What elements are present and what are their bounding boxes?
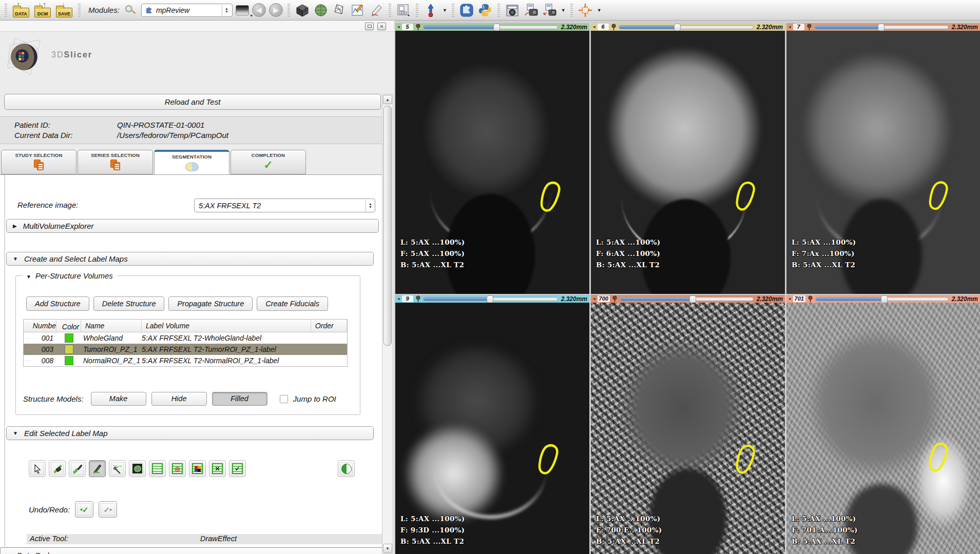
toolbar-drag-handle[interactable] bbox=[389, 4, 391, 17]
markups-button[interactable] bbox=[369, 3, 384, 18]
level-tracing-tool-button[interactable] bbox=[109, 460, 126, 477]
undo-button[interactable]: ◂✓ bbox=[75, 501, 93, 518]
slice-decrement-button[interactable]: ◂ bbox=[789, 295, 791, 303]
module-selector-spinner[interactable]: ▲▼ bbox=[222, 5, 231, 16]
table-row[interactable]: 008 NormalROI_PZ_1 5:AX FRFSEXL T2-Norma… bbox=[24, 355, 347, 366]
slice-view-700[interactable]: ◂ 700 2.320mm L: 5:AX ...100%)F: 700:E..… bbox=[591, 295, 785, 554]
load-data-button[interactable]: ↑ DATA bbox=[12, 2, 30, 18]
toolbar-drag-handle[interactable] bbox=[5, 4, 7, 17]
table-row[interactable]: 001 WholeGland 5:AX FRFSEXL T2-WholeGlan… bbox=[24, 332, 347, 344]
slice-decrement-button[interactable]: ◂ bbox=[593, 295, 595, 303]
screenshot-button[interactable] bbox=[505, 3, 520, 18]
data-probe-collapsible[interactable]: ▶ Data Probe bbox=[0, 547, 385, 554]
forward-icon[interactable]: ▶ bbox=[269, 3, 283, 17]
slice-decrement-button[interactable]: ◂ bbox=[789, 23, 791, 31]
slice-image[interactable]: L: 5:AX ...100%)F: 5:AX ...100%)B: 5:AX … bbox=[395, 31, 589, 294]
scrollbar-thumb[interactable] bbox=[383, 106, 392, 346]
color-swatch[interactable] bbox=[65, 356, 73, 365]
slice-offset-slider[interactable] bbox=[815, 297, 949, 301]
transforms-button[interactable] bbox=[332, 3, 347, 18]
multivolume-explorer-collapsible[interactable]: ▶ MultiVolumeExplorer bbox=[6, 219, 379, 233]
propagate-structure-button[interactable]: Propagate Structure bbox=[168, 296, 253, 311]
reference-image-selector[interactable]: 5:AX FRFSEXL T2 ▲▼ bbox=[194, 199, 375, 212]
python-console-button[interactable] bbox=[477, 3, 493, 18]
slice-offset-slider[interactable] bbox=[423, 297, 558, 301]
scroll-down-button[interactable]: ▼ bbox=[383, 544, 392, 553]
grow-cut-tool-button[interactable] bbox=[338, 460, 355, 477]
slice-image[interactable]: L: 5:AX ...100%)F: 7:Ax ...100%)B: 5:AX … bbox=[786, 31, 980, 294]
crosshair-button[interactable] bbox=[578, 3, 593, 18]
slice-image[interactable]: L: 5:AX ...100%)F: 9:3D ...100%)B: 5:AX … bbox=[395, 303, 589, 554]
dropdown-caret-icon[interactable]: ▼ bbox=[561, 8, 566, 13]
slice-view-5[interactable]: ◂ 5 2.320mm L: 5:AX ...100%)F: 5:AX ...1… bbox=[395, 23, 589, 294]
slice-decrement-button[interactable]: ◂ bbox=[397, 295, 400, 303]
toolbar-drag-handle[interactable] bbox=[416, 4, 418, 17]
remove-islands-tool-button[interactable]: ✕ bbox=[209, 460, 226, 477]
slice-view-7[interactable]: ◂ 7 2.320mm L: 5:AX ...100%)F: 7:Ax ...1… bbox=[786, 23, 980, 294]
dropdown-caret-icon[interactable]: ▼ bbox=[597, 8, 602, 13]
module-selector[interactable]: mpReview ▲▼ bbox=[141, 4, 233, 17]
slider-handle[interactable] bbox=[674, 24, 681, 31]
module-history-icon[interactable]: ▾ bbox=[236, 5, 249, 15]
cursor-tool-button[interactable] bbox=[29, 460, 46, 477]
table-row-selected[interactable]: 003 TumorROI_PZ_1 5:AX FRFSEXL T2-TumorR… bbox=[24, 344, 347, 355]
slice-image[interactable]: L: 5:AX ...100%)F: 6:AX ...100%)B: 5:AX … bbox=[591, 31, 785, 294]
slice-offset-slider[interactable] bbox=[423, 25, 558, 29]
slice-image[interactable]: L: 5:AX ...100%)F: 700:E...100%)B: 5:AX … bbox=[591, 303, 785, 554]
delete-structure-button[interactable]: Delete Structure bbox=[93, 296, 165, 311]
slice-image[interactable]: L: 5:AX ...100%)F: 701:A...100%)B: 5:AX … bbox=[786, 303, 980, 554]
models-button[interactable] bbox=[313, 3, 329, 18]
identify-islands-tool-button[interactable]: ◎ bbox=[169, 460, 186, 477]
draw-tool-button[interactable] bbox=[89, 460, 106, 477]
slice-offset-slider[interactable] bbox=[620, 297, 754, 301]
load-dicom-button[interactable]: ↓ ↑ DCM bbox=[33, 2, 52, 18]
erase-tool-button[interactable] bbox=[49, 460, 66, 477]
tab-study-selection[interactable]: STUDY SELECTION bbox=[1, 150, 76, 174]
volume-rendering-button[interactable] bbox=[295, 3, 310, 18]
close-panel-button[interactable]: ✕ bbox=[377, 23, 386, 30]
tab-series-selection[interactable]: SERIES SELECTION bbox=[78, 150, 153, 174]
paint-tool-button[interactable] bbox=[69, 460, 86, 477]
create-select-labelmaps-collapsible[interactable]: ▼ Create and Select Label Maps bbox=[6, 252, 374, 266]
filled-models-button[interactable]: Filled bbox=[212, 392, 267, 406]
scroll-up-button[interactable]: ▲ bbox=[383, 95, 392, 104]
threshold-tool-button[interactable] bbox=[129, 460, 146, 477]
module-search-button[interactable] bbox=[125, 5, 136, 16]
charts-button[interactable] bbox=[350, 3, 366, 18]
edit-labelmap-collapsible[interactable]: ▼ Edit Selected Label Map bbox=[6, 426, 374, 440]
change-island-tool-button[interactable] bbox=[189, 460, 206, 477]
save-scene-button[interactable]: ↓ SAVE bbox=[55, 2, 73, 18]
color-swatch[interactable] bbox=[65, 333, 73, 343]
extensions-button[interactable] bbox=[459, 3, 474, 18]
scene-view-button[interactable] bbox=[523, 3, 539, 18]
dropdown-caret-icon[interactable]: ▼ bbox=[443, 8, 447, 13]
slider-handle[interactable] bbox=[689, 295, 696, 303]
slider-handle[interactable] bbox=[493, 24, 500, 31]
pushpin-icon[interactable] bbox=[415, 24, 421, 30]
slice-decrement-button[interactable]: ◂ bbox=[593, 23, 595, 31]
pushpin-icon[interactable] bbox=[611, 24, 617, 30]
slice-view-701[interactable]: ◂ 701 2.320mm L: 5:AX ...100%)F: 701:A..… bbox=[786, 295, 980, 554]
pushpin-icon[interactable] bbox=[415, 295, 421, 302]
back-icon[interactable]: ◀ bbox=[252, 3, 266, 17]
slice-offset-slider[interactable] bbox=[814, 25, 949, 29]
slider-handle[interactable] bbox=[487, 295, 493, 303]
add-structure-button[interactable]: Add Structure bbox=[26, 296, 89, 311]
toolbar-drag-handle[interactable] bbox=[287, 4, 290, 17]
hide-models-button[interactable]: Hide bbox=[151, 392, 207, 406]
toolbar-drag-handle[interactable] bbox=[497, 4, 500, 17]
rectangle-tool-button[interactable] bbox=[149, 460, 166, 477]
reload-and-test-button[interactable]: Reload and Test bbox=[4, 94, 381, 110]
per-structure-volumes-legend[interactable]: ▼Per-Structure Volumes bbox=[22, 271, 117, 280]
make-models-button[interactable]: Make bbox=[91, 392, 146, 406]
save-island-tool-button[interactable]: ✓ bbox=[229, 460, 246, 477]
mouse-mode-button[interactable] bbox=[423, 3, 438, 18]
slice-view-9[interactable]: ◂ 9 2.320mm L: 5:AX ...100%)F: 9:3D ...1… bbox=[395, 295, 589, 554]
pushpin-icon[interactable] bbox=[612, 295, 618, 302]
undock-panel-button[interactable] bbox=[365, 23, 374, 30]
redo-button[interactable]: ✓▸ bbox=[99, 501, 117, 518]
create-fiducials-button[interactable]: Create Fiducials bbox=[257, 296, 328, 311]
scene-view-restore-button[interactable] bbox=[542, 3, 557, 18]
slice-offset-slider[interactable] bbox=[619, 25, 754, 29]
jump-to-roi-checkbox[interactable] bbox=[280, 395, 288, 403]
